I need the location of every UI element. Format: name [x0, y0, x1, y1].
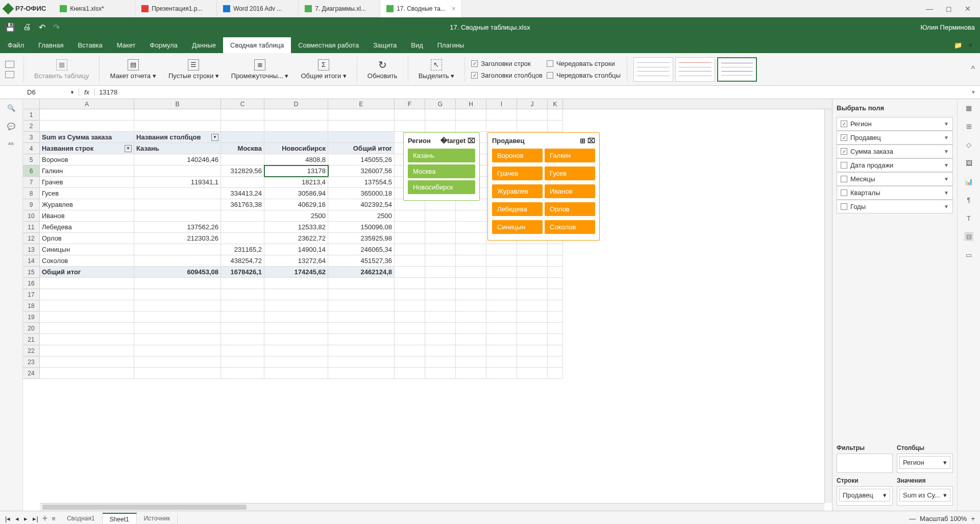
document-tab[interactable]: Word 2016 Adv ... — [217, 0, 299, 17]
columns-dropzone[interactable]: Регион▾ — [897, 454, 953, 473]
cell[interactable]: 18213,4 — [264, 177, 328, 188]
cell[interactable]: Воронов — [40, 154, 134, 165]
cell[interactable] — [425, 356, 456, 368]
field-item[interactable]: Сумма заказа▼ — [837, 145, 953, 158]
cell[interactable]: 609453,08 — [134, 267, 221, 278]
row-header[interactable]: 5 — [23, 154, 40, 165]
cell[interactable] — [456, 300, 486, 312]
column-header[interactable]: C — [221, 99, 264, 109]
field-item[interactable]: Дата продажи▼ — [837, 158, 953, 172]
cell[interactable] — [425, 300, 456, 312]
cell[interactable] — [328, 109, 395, 121]
cell[interactable] — [264, 121, 328, 132]
cell[interactable]: 438254,72 — [221, 255, 264, 267]
cell[interactable]: 212303,26 — [134, 233, 221, 244]
slicer-item[interactable]: Москва — [408, 164, 475, 178]
row-header[interactable]: 14 — [23, 255, 40, 267]
cell[interactable] — [134, 109, 221, 121]
row-header[interactable]: 11 — [23, 222, 40, 233]
cell[interactable]: 235925,98 — [328, 233, 395, 244]
cell[interactable] — [40, 334, 134, 345]
cell[interactable] — [548, 312, 563, 323]
cell[interactable] — [486, 334, 517, 345]
cell[interactable] — [425, 345, 456, 356]
menu-Плагины[interactable]: Плагины — [437, 41, 464, 49]
cell[interactable]: 14900,14 — [264, 244, 328, 255]
rows-dropzone[interactable]: Продавец▾ — [837, 486, 893, 506]
cell[interactable] — [486, 368, 517, 379]
cell[interactable]: Общий итог — [328, 143, 395, 154]
cell[interactable] — [486, 312, 517, 323]
cell[interactable] — [456, 368, 486, 379]
cell[interactable] — [40, 312, 134, 323]
cell[interactable] — [425, 109, 456, 121]
grand-totals-button[interactable]: Σ Общие итоги ▾ — [297, 57, 350, 82]
slicer-item[interactable]: Орлов — [545, 202, 595, 216]
cell[interactable] — [134, 323, 221, 334]
cell[interactable] — [395, 278, 425, 289]
row-header[interactable]: 24 — [23, 368, 40, 379]
add-sheet-button[interactable]: + — [42, 513, 48, 524]
cell[interactable] — [328, 356, 395, 368]
column-header[interactable]: K — [548, 99, 563, 109]
cell[interactable] — [395, 345, 425, 356]
insert-table-button[interactable]: ▦ Вставить таблицу — [30, 57, 93, 82]
cell[interactable] — [517, 368, 548, 379]
cell[interactable] — [264, 356, 328, 368]
cell[interactable] — [425, 121, 456, 132]
field-checkbox[interactable] — [841, 189, 847, 196]
cell[interactable] — [134, 312, 221, 323]
cell[interactable] — [486, 109, 517, 121]
banded-cols-checkbox[interactable]: Чередовать столбцы — [547, 72, 621, 79]
row-header[interactable]: 3 — [23, 132, 40, 143]
cell[interactable] — [548, 121, 563, 132]
column-header[interactable]: J — [517, 99, 548, 109]
cell[interactable] — [328, 278, 395, 289]
cell[interactable] — [517, 289, 548, 300]
sheet-tab[interactable]: Sheet1 — [103, 513, 137, 525]
zoom-in-button[interactable]: + — [971, 515, 975, 522]
cell[interactable] — [486, 278, 517, 289]
cell[interactable] — [134, 345, 221, 356]
cell[interactable] — [395, 210, 425, 222]
cell[interactable] — [221, 334, 264, 345]
chevron-down-icon[interactable]: ▼ — [944, 135, 949, 140]
menu-Файл[interactable]: Файл — [8, 41, 24, 49]
field-item[interactable]: Кварталы▼ — [837, 186, 953, 200]
cell[interactable] — [517, 334, 548, 345]
cell[interactable] — [221, 300, 264, 312]
cell[interactable] — [134, 289, 221, 300]
field-checkbox[interactable] — [841, 134, 847, 141]
column-header[interactable]: H — [456, 99, 486, 109]
spellcheck-icon[interactable]: ᴬᵇ — [7, 140, 16, 149]
cell[interactable] — [221, 177, 264, 188]
cell[interactable] — [264, 334, 328, 345]
cell[interactable] — [395, 289, 425, 300]
row-header[interactable]: 6 — [23, 165, 40, 177]
cell[interactable] — [548, 244, 563, 255]
slicer-item[interactable]: Новосибирск — [408, 180, 475, 194]
column-header[interactable]: G — [425, 99, 456, 109]
slicer-item[interactable]: Иванов — [545, 184, 595, 198]
cell[interactable] — [221, 323, 264, 334]
cell[interactable] — [425, 312, 456, 323]
cell[interactable]: Новосибирск — [264, 143, 328, 154]
cell[interactable] — [221, 368, 264, 379]
first-sheet-icon[interactable]: |◂ — [5, 515, 10, 522]
cell[interactable]: Казань — [134, 143, 221, 154]
cell[interactable] — [548, 300, 563, 312]
cell[interactable] — [40, 289, 134, 300]
cell[interactable] — [456, 109, 486, 121]
refresh-button[interactable]: ↻ Обновить — [363, 57, 402, 82]
cell[interactable] — [40, 323, 134, 334]
cell[interactable] — [328, 121, 395, 132]
cell[interactable]: 4808,8 — [264, 154, 328, 165]
cell[interactable] — [40, 345, 134, 356]
sheet-tab[interactable]: Сводная1 — [60, 513, 103, 525]
cell[interactable]: 119341,1 — [134, 177, 221, 188]
cell[interactable]: Синицын — [40, 244, 134, 255]
chevron-down-icon[interactable]: ▼ — [944, 190, 949, 196]
cell[interactable] — [395, 368, 425, 379]
copy-icon[interactable] — [5, 61, 14, 68]
cell[interactable] — [134, 300, 221, 312]
